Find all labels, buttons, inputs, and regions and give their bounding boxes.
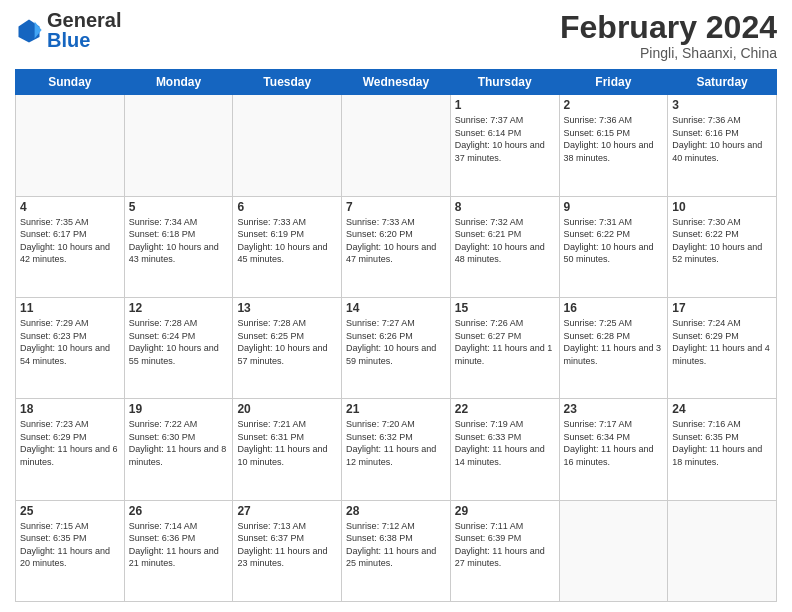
subtitle: Pingli, Shaanxi, China [560,45,777,61]
day-info: Sunrise: 7:24 AM Sunset: 6:29 PM Dayligh… [672,317,772,367]
day-info: Sunrise: 7:17 AM Sunset: 6:34 PM Dayligh… [564,418,664,468]
day-info: Sunrise: 7:21 AM Sunset: 6:31 PM Dayligh… [237,418,337,468]
calendar-cell [233,95,342,196]
day-info: Sunrise: 7:27 AM Sunset: 6:26 PM Dayligh… [346,317,446,367]
page: General Blue February 2024 Pingli, Shaan… [0,0,792,612]
calendar-cell [16,95,125,196]
logo: General Blue [15,10,121,50]
day-info: Sunrise: 7:33 AM Sunset: 6:20 PM Dayligh… [346,216,446,266]
calendar-cell: 16Sunrise: 7:25 AM Sunset: 6:28 PM Dayli… [559,297,668,398]
title-block: February 2024 Pingli, Shaanxi, China [560,10,777,61]
calendar-cell: 6Sunrise: 7:33 AM Sunset: 6:19 PM Daylig… [233,196,342,297]
calendar-cell: 22Sunrise: 7:19 AM Sunset: 6:33 PM Dayli… [450,399,559,500]
day-info: Sunrise: 7:36 AM Sunset: 6:16 PM Dayligh… [672,114,772,164]
day-header-monday: Monday [124,70,233,95]
day-info: Sunrise: 7:35 AM Sunset: 6:17 PM Dayligh… [20,216,120,266]
day-info: Sunrise: 7:29 AM Sunset: 6:23 PM Dayligh… [20,317,120,367]
calendar-cell: 3Sunrise: 7:36 AM Sunset: 6:16 PM Daylig… [668,95,777,196]
day-info: Sunrise: 7:13 AM Sunset: 6:37 PM Dayligh… [237,520,337,570]
day-info: Sunrise: 7:31 AM Sunset: 6:22 PM Dayligh… [564,216,664,266]
calendar-cell [668,500,777,601]
logo-text: General Blue [47,10,121,50]
calendar-cell: 18Sunrise: 7:23 AM Sunset: 6:29 PM Dayli… [16,399,125,500]
main-title: February 2024 [560,10,777,45]
day-header-saturday: Saturday [668,70,777,95]
calendar-cell: 29Sunrise: 7:11 AM Sunset: 6:39 PM Dayli… [450,500,559,601]
header: General Blue February 2024 Pingli, Shaan… [15,10,777,61]
day-number: 10 [672,200,772,214]
day-number: 29 [455,504,555,518]
day-number: 11 [20,301,120,315]
calendar-table: SundayMondayTuesdayWednesdayThursdayFrid… [15,69,777,602]
calendar-header-row: SundayMondayTuesdayWednesdayThursdayFrid… [16,70,777,95]
calendar-cell: 25Sunrise: 7:15 AM Sunset: 6:35 PM Dayli… [16,500,125,601]
day-info: Sunrise: 7:12 AM Sunset: 6:38 PM Dayligh… [346,520,446,570]
day-number: 2 [564,98,664,112]
day-number: 27 [237,504,337,518]
day-number: 6 [237,200,337,214]
calendar-cell: 2Sunrise: 7:36 AM Sunset: 6:15 PM Daylig… [559,95,668,196]
calendar-cell: 8Sunrise: 7:32 AM Sunset: 6:21 PM Daylig… [450,196,559,297]
calendar-cell: 17Sunrise: 7:24 AM Sunset: 6:29 PM Dayli… [668,297,777,398]
day-info: Sunrise: 7:28 AM Sunset: 6:24 PM Dayligh… [129,317,229,367]
calendar-week-4: 25Sunrise: 7:15 AM Sunset: 6:35 PM Dayli… [16,500,777,601]
calendar-body: 1Sunrise: 7:37 AM Sunset: 6:14 PM Daylig… [16,95,777,602]
calendar-cell: 11Sunrise: 7:29 AM Sunset: 6:23 PM Dayli… [16,297,125,398]
day-header-friday: Friday [559,70,668,95]
day-number: 4 [20,200,120,214]
day-info: Sunrise: 7:36 AM Sunset: 6:15 PM Dayligh… [564,114,664,164]
day-number: 25 [20,504,120,518]
calendar-cell: 20Sunrise: 7:21 AM Sunset: 6:31 PM Dayli… [233,399,342,500]
calendar-week-2: 11Sunrise: 7:29 AM Sunset: 6:23 PM Dayli… [16,297,777,398]
calendar-week-3: 18Sunrise: 7:23 AM Sunset: 6:29 PM Dayli… [16,399,777,500]
calendar-cell: 19Sunrise: 7:22 AM Sunset: 6:30 PM Dayli… [124,399,233,500]
day-number: 16 [564,301,664,315]
day-number: 13 [237,301,337,315]
day-number: 12 [129,301,229,315]
day-info: Sunrise: 7:16 AM Sunset: 6:35 PM Dayligh… [672,418,772,468]
day-number: 24 [672,402,772,416]
day-number: 7 [346,200,446,214]
calendar-cell [342,95,451,196]
calendar-cell: 23Sunrise: 7:17 AM Sunset: 6:34 PM Dayli… [559,399,668,500]
day-info: Sunrise: 7:20 AM Sunset: 6:32 PM Dayligh… [346,418,446,468]
day-info: Sunrise: 7:28 AM Sunset: 6:25 PM Dayligh… [237,317,337,367]
calendar-cell: 13Sunrise: 7:28 AM Sunset: 6:25 PM Dayli… [233,297,342,398]
calendar-week-1: 4Sunrise: 7:35 AM Sunset: 6:17 PM Daylig… [16,196,777,297]
day-info: Sunrise: 7:32 AM Sunset: 6:21 PM Dayligh… [455,216,555,266]
day-number: 5 [129,200,229,214]
day-header-wednesday: Wednesday [342,70,451,95]
calendar-cell: 4Sunrise: 7:35 AM Sunset: 6:17 PM Daylig… [16,196,125,297]
day-number: 28 [346,504,446,518]
day-number: 15 [455,301,555,315]
day-number: 9 [564,200,664,214]
day-info: Sunrise: 7:34 AM Sunset: 6:18 PM Dayligh… [129,216,229,266]
day-info: Sunrise: 7:37 AM Sunset: 6:14 PM Dayligh… [455,114,555,164]
day-number: 20 [237,402,337,416]
calendar-cell: 15Sunrise: 7:26 AM Sunset: 6:27 PM Dayli… [450,297,559,398]
calendar-week-0: 1Sunrise: 7:37 AM Sunset: 6:14 PM Daylig… [16,95,777,196]
day-number: 22 [455,402,555,416]
day-number: 26 [129,504,229,518]
logo-icon [15,16,43,44]
day-number: 1 [455,98,555,112]
day-info: Sunrise: 7:15 AM Sunset: 6:35 PM Dayligh… [20,520,120,570]
calendar-cell: 12Sunrise: 7:28 AM Sunset: 6:24 PM Dayli… [124,297,233,398]
calendar-cell [124,95,233,196]
day-number: 17 [672,301,772,315]
day-number: 8 [455,200,555,214]
day-header-sunday: Sunday [16,70,125,95]
calendar-cell: 10Sunrise: 7:30 AM Sunset: 6:22 PM Dayli… [668,196,777,297]
day-info: Sunrise: 7:23 AM Sunset: 6:29 PM Dayligh… [20,418,120,468]
day-number: 18 [20,402,120,416]
day-info: Sunrise: 7:11 AM Sunset: 6:39 PM Dayligh… [455,520,555,570]
calendar-cell: 7Sunrise: 7:33 AM Sunset: 6:20 PM Daylig… [342,196,451,297]
day-info: Sunrise: 7:14 AM Sunset: 6:36 PM Dayligh… [129,520,229,570]
calendar-cell: 24Sunrise: 7:16 AM Sunset: 6:35 PM Dayli… [668,399,777,500]
calendar-cell [559,500,668,601]
calendar-cell: 27Sunrise: 7:13 AM Sunset: 6:37 PM Dayli… [233,500,342,601]
day-info: Sunrise: 7:25 AM Sunset: 6:28 PM Dayligh… [564,317,664,367]
day-header-thursday: Thursday [450,70,559,95]
calendar-cell: 1Sunrise: 7:37 AM Sunset: 6:14 PM Daylig… [450,95,559,196]
day-info: Sunrise: 7:19 AM Sunset: 6:33 PM Dayligh… [455,418,555,468]
